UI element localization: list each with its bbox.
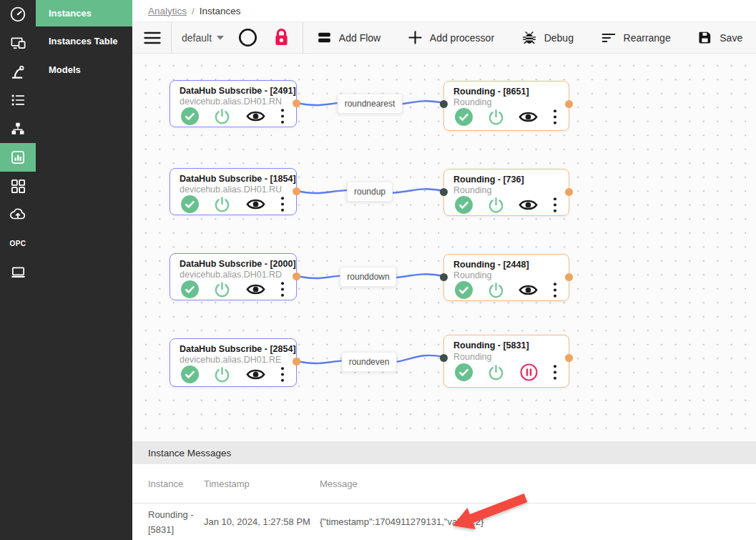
- menu-button[interactable]: [144, 31, 161, 44]
- power-icon[interactable]: [487, 363, 505, 381]
- status-ok-icon[interactable]: [455, 108, 473, 126]
- output-port[interactable]: [565, 188, 573, 196]
- flow-canvas[interactable]: DataHub Subscribe - [2491]devicehub.alia…: [132, 54, 756, 441]
- laptop-icon: [10, 264, 26, 280]
- kebab-menu-icon[interactable]: [552, 108, 558, 126]
- kebab-menu-icon[interactable]: [552, 196, 558, 214]
- node-title: DataHub Subscribe - [2491]: [180, 86, 287, 97]
- status-ok-icon[interactable]: [181, 107, 199, 125]
- eye-icon[interactable]: [519, 109, 538, 124]
- power-icon[interactable]: [213, 107, 231, 125]
- flow-node-source[interactable]: DataHub Subscribe - [1854]devicehub.alia…: [170, 168, 297, 215]
- sidebar-item-devices[interactable]: [0, 29, 36, 57]
- sidebar-item-robot[interactable]: [0, 57, 36, 86]
- power-glyph-icon: [213, 365, 231, 383]
- flow-select[interactable]: default: [182, 32, 224, 44]
- power-glyph-icon: [213, 280, 231, 298]
- input-port[interactable]: [440, 354, 448, 362]
- eye-glyph-icon: [246, 282, 265, 297]
- eye-icon[interactable]: [246, 109, 265, 124]
- output-port[interactable]: [293, 187, 300, 195]
- output-port[interactable]: [565, 100, 573, 108]
- rearrange-button[interactable]: Rearrange: [601, 30, 671, 46]
- subnav-item-instances[interactable]: Instances: [36, 0, 132, 26]
- power-icon[interactable]: [213, 280, 231, 298]
- sidebar-item-list[interactable]: [0, 86, 36, 114]
- sidebar-item-dashboard[interactable]: [0, 0, 36, 29]
- status-ok-icon[interactable]: [181, 365, 199, 383]
- power-icon[interactable]: [213, 365, 231, 383]
- power-icon[interactable]: [487, 196, 505, 214]
- kebab-menu-icon[interactable]: [552, 363, 558, 381]
- add-processor-button[interactable]: Add processor: [408, 30, 494, 45]
- eye-icon[interactable]: [246, 282, 265, 297]
- flow-node-source[interactable]: DataHub Subscribe - [2854]devicehub.alia…: [170, 338, 297, 387]
- input-port[interactable]: [440, 100, 448, 108]
- edge-label[interactable]: roundeven: [342, 352, 397, 372]
- kebab-menu-icon[interactable]: [280, 195, 285, 213]
- flow-node-source[interactable]: DataHub Subscribe - [2491]devicehub.alia…: [170, 80, 297, 127]
- kebab-glyph-icon: [552, 196, 558, 214]
- output-port[interactable]: [293, 273, 300, 280]
- power-icon[interactable]: [487, 281, 505, 299]
- node-title: Rounding - [2448]: [453, 260, 559, 270]
- output-port[interactable]: [565, 354, 573, 362]
- opc-label: OPC: [9, 240, 26, 247]
- power-glyph-icon: [487, 281, 505, 299]
- sidebar-item-cloud[interactable]: [0, 200, 36, 229]
- flow-node-processor[interactable]: Rounding - [5831]Rounding: [443, 335, 569, 388]
- circle-icon: [238, 28, 257, 47]
- debug-button[interactable]: Debug: [521, 30, 574, 46]
- status-ok-icon[interactable]: [455, 281, 473, 299]
- kebab-glyph-icon: [552, 108, 558, 126]
- edge-label[interactable]: rounddown: [340, 267, 396, 287]
- node-actions: [180, 195, 287, 213]
- eye-glyph-icon: [246, 109, 265, 124]
- lock-button[interactable]: [273, 28, 290, 47]
- power-icon[interactable]: [487, 108, 505, 126]
- flow-node-processor[interactable]: Rounding - [2448]Rounding: [443, 254, 569, 301]
- subnav-item-models[interactable]: Models: [36, 55, 132, 84]
- eye-icon[interactable]: [519, 283, 538, 298]
- power-icon[interactable]: [213, 195, 231, 213]
- pause-icon[interactable]: [520, 363, 538, 381]
- sidebar-item-opc[interactable]: OPC: [0, 229, 36, 257]
- kebab-menu-icon[interactable]: [280, 365, 285, 383]
- input-port[interactable]: [440, 188, 448, 196]
- list-icon: [10, 92, 26, 108]
- subnav-item-instances-table[interactable]: Instances Table: [36, 26, 132, 55]
- flow-node-processor[interactable]: Rounding - [736]Rounding: [443, 169, 569, 216]
- edge-label[interactable]: roundnearest: [338, 94, 403, 114]
- edge-label[interactable]: roundup: [347, 182, 393, 202]
- output-port[interactable]: [293, 358, 300, 365]
- status-ok-icon[interactable]: [181, 280, 199, 298]
- flow-node-source[interactable]: DataHub Subscribe - [2000]devicehub.alia…: [170, 253, 297, 300]
- sidebar-item-hierarchy[interactable]: [0, 114, 36, 143]
- flow-select-value: default: [182, 32, 212, 44]
- instance-messages-panel: Instance Messages Instance Timestamp Mes…: [132, 441, 756, 540]
- eye-icon[interactable]: [246, 367, 265, 382]
- save-button[interactable]: Save: [697, 30, 742, 45]
- status-ok-icon[interactable]: [455, 196, 473, 214]
- breadcrumb-link-analytics[interactable]: Analytics: [148, 6, 187, 16]
- sidebar-item-apps[interactable]: [0, 172, 36, 200]
- flow-node-processor[interactable]: Rounding - [8651]Rounding: [443, 81, 569, 131]
- eye-glyph-icon: [246, 367, 265, 382]
- output-port[interactable]: [293, 99, 300, 107]
- sidebar-item-analytics[interactable]: [0, 143, 36, 172]
- kebab-menu-icon[interactable]: [552, 281, 558, 299]
- kebab-menu-icon[interactable]: [280, 107, 285, 125]
- devices-icon: [10, 35, 26, 51]
- sidebar-item-terminal[interactable]: [0, 257, 36, 286]
- eye-icon[interactable]: [246, 197, 265, 212]
- input-port[interactable]: [440, 273, 448, 281]
- status-ok-icon[interactable]: [181, 195, 199, 213]
- eye-icon[interactable]: [519, 197, 538, 212]
- kebab-menu-icon[interactable]: [280, 280, 285, 298]
- output-port[interactable]: [565, 273, 573, 281]
- message-row[interactable]: Rounding - [5831]Jan 10, 2024, 1:27:58 P…: [132, 503, 756, 540]
- status-ok-icon[interactable]: [455, 363, 473, 381]
- node-subtitle: Rounding: [453, 352, 559, 363]
- add-flow-button[interactable]: Add Flow: [317, 30, 381, 45]
- status-circle-button[interactable]: [238, 28, 257, 47]
